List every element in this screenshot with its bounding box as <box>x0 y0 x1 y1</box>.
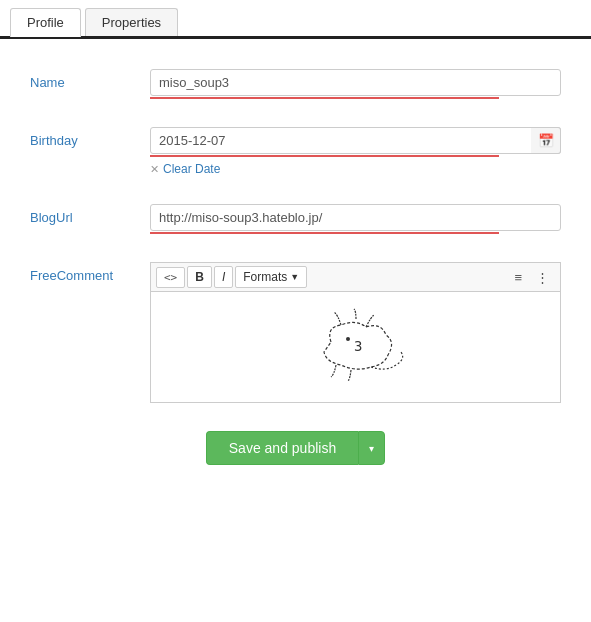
birthday-label: Birthday <box>30 127 150 148</box>
save-publish-arrow-button[interactable]: ▾ <box>358 431 385 465</box>
rte-sketch-svg: 3 <box>276 307 436 387</box>
rte-toolbar: <> B I Formats ▼ ≡ ⋮ <box>150 262 561 291</box>
rte-formats-arrow: ▼ <box>290 272 299 282</box>
rte-formats-label: Formats <box>243 270 287 284</box>
svg-text:3: 3 <box>354 338 362 354</box>
clear-date-label: Clear Date <box>163 162 220 176</box>
rte-formats-dropdown[interactable]: Formats ▼ <box>235 266 307 288</box>
rte-bold-button[interactable]: B <box>187 266 212 288</box>
freecomment-control-wrap: <> B I Formats ▼ ≡ ⋮ <box>150 262 561 403</box>
name-row: Name <box>30 69 561 99</box>
name-input[interactable] <box>150 69 561 96</box>
tabs-container: Profile Properties <box>0 0 591 39</box>
save-row: Save and publish ▾ <box>30 431 561 465</box>
name-label: Name <box>30 69 150 90</box>
svg-point-1 <box>346 337 350 341</box>
birthday-input-wrap: 📅 <box>150 127 561 154</box>
blogurl-input[interactable] <box>150 204 561 231</box>
freecomment-label: FreeComment <box>30 262 150 283</box>
clear-x-icon: ✕ <box>150 163 159 176</box>
birthday-row: Birthday 📅 ✕ Clear Date <box>30 127 561 176</box>
clear-date-button[interactable]: ✕ Clear Date <box>150 162 561 176</box>
form-area: Name Birthday 📅 ✕ Clear Date BlogUrl <box>0 39 591 505</box>
tab-profile[interactable]: Profile <box>10 8 81 37</box>
birthday-control-wrap: 📅 ✕ Clear Date <box>150 127 561 176</box>
blogurl-row: BlogUrl <box>30 204 561 234</box>
rte-italic-button[interactable]: I <box>214 266 233 288</box>
blogurl-control-wrap <box>150 204 561 234</box>
save-publish-button[interactable]: Save and publish <box>206 431 358 465</box>
blogurl-label: BlogUrl <box>30 204 150 225</box>
rte-code-button[interactable]: <> <box>156 267 185 288</box>
name-control-wrap <box>150 69 561 99</box>
name-underline <box>150 97 499 99</box>
blogurl-underline <box>150 232 499 234</box>
freecomment-row: FreeComment <> B I Formats ▼ ≡ ⋮ <box>30 262 561 403</box>
rte-more-button[interactable]: ⋮ <box>530 267 555 288</box>
birthday-underline <box>150 155 499 157</box>
calendar-icon: 📅 <box>538 133 554 148</box>
tab-properties[interactable]: Properties <box>85 8 178 36</box>
rte-content-area[interactable]: 3 <box>150 291 561 403</box>
calendar-button[interactable]: 📅 <box>531 127 561 154</box>
rte-align-button[interactable]: ≡ <box>508 267 528 288</box>
birthday-input[interactable] <box>150 127 561 154</box>
save-button-group: Save and publish ▾ <box>206 431 385 465</box>
